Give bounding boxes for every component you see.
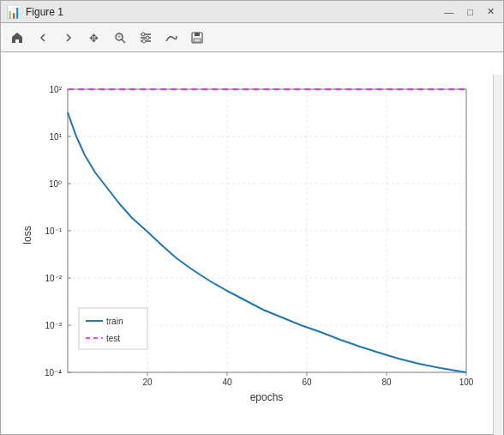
back-button[interactable] — [32, 27, 54, 49]
home-icon — [10, 31, 24, 45]
chart-wrapper: 10² 10¹ 10⁰ 10⁻¹ 10⁻² 10⁻³ 10⁻⁴ 20 40 6 — [21, 76, 483, 411]
title-bar: 📊 Figure 1 — □ ✕ — [0, 0, 504, 22]
save-icon — [190, 31, 204, 45]
edit-curves-button[interactable] — [160, 27, 183, 49]
maximize-button[interactable]: □ — [464, 6, 477, 18]
x-tick-label: 100 — [459, 378, 474, 387]
zoom-icon: + — [113, 31, 127, 45]
pan-button[interactable]: ✥ — [83, 27, 105, 49]
svg-point-9 — [142, 39, 146, 43]
app-icon: 📊 — [6, 5, 21, 19]
zoom-button[interactable]: + — [109, 27, 131, 49]
edit-curves-icon — [165, 31, 178, 45]
minimize-button[interactable]: — — [441, 6, 457, 18]
svg-rect-12 — [194, 39, 201, 42]
svg-point-8 — [146, 36, 149, 39]
title-bar-controls[interactable]: — □ ✕ — [441, 5, 498, 18]
y-axis-label: loss — [21, 226, 33, 244]
pan-icon: ✥ — [87, 31, 101, 45]
x-tick-label: 60 — [302, 378, 312, 387]
forward-icon — [62, 31, 75, 45]
svg-line-2 — [122, 39, 125, 43]
y-tick-label: 10⁰ — [49, 179, 62, 189]
svg-point-7 — [141, 33, 145, 36]
y-tick-label: 10⁻² — [45, 274, 63, 283]
y-tick-label: 10² — [50, 85, 63, 94]
svg-text:✥: ✥ — [89, 32, 99, 45]
x-tick-label: 80 — [381, 378, 392, 387]
y-tick-label: 10⁻³ — [45, 321, 63, 330]
back-icon — [36, 31, 50, 45]
x-tick-label: 20 — [142, 378, 153, 387]
matplotlib-toolbar: ✥ + — [0, 22, 504, 51]
y-tick-label: 10⁻¹ — [45, 227, 63, 236]
svg-rect-11 — [195, 33, 200, 36]
figure-container: 10² 10¹ 10⁰ 10⁻¹ 10⁻² 10⁻³ 10⁻⁴ 20 40 6 — [0, 51, 504, 435]
close-button[interactable]: ✕ — [483, 5, 498, 18]
chart-svg: 10² 10¹ 10⁰ 10⁻¹ 10⁻² 10⁻³ 10⁻⁴ 20 40 6 — [21, 76, 483, 411]
forward-button[interactable] — [57, 27, 80, 49]
scrollbar-right[interactable] — [493, 75, 503, 435]
x-axis-label: epochs — [250, 391, 284, 403]
legend-test-label: test — [106, 334, 120, 343]
y-tick-label: 10⁻⁴ — [45, 368, 62, 378]
window-title: Figure 1 — [26, 6, 63, 18]
home-button[interactable] — [6, 27, 28, 49]
save-button[interactable] — [186, 27, 208, 49]
legend-train-label: train — [106, 317, 123, 326]
x-tick-label: 40 — [222, 378, 232, 387]
configure-icon — [139, 31, 153, 45]
configure-button[interactable] — [135, 27, 157, 49]
title-bar-left: 📊 Figure 1 — [6, 5, 63, 19]
svg-text:+: + — [117, 33, 121, 39]
y-tick-label: 10¹ — [50, 132, 63, 142]
